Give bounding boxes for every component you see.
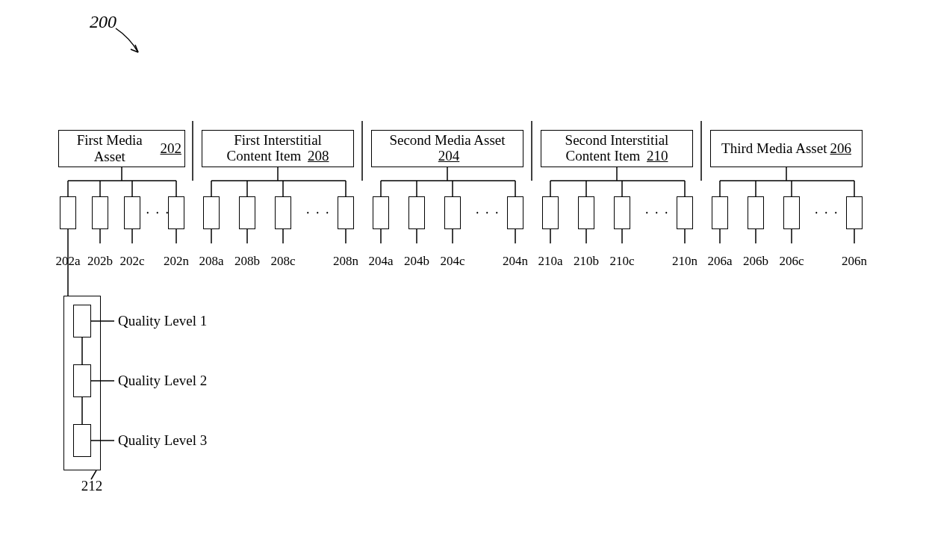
box-ref: 206 [830,140,851,157]
seg-204b [408,196,425,229]
seg-202c-label: 202c [116,254,149,269]
seg-208n-ellipsis: · · · [306,205,331,221]
ql3-label: Quality Level 3 [118,432,207,449]
quality-ref: 212 [73,478,111,494]
seg-202c [124,196,140,229]
seg-210n [677,196,693,229]
seg-204c [444,196,461,229]
seg-202n [168,196,184,229]
ql2-label: Quality Level 2 [118,373,207,389]
seg-202n-label: 202n [160,254,193,269]
seg-202b [92,196,108,229]
ql2 [73,364,91,397]
box-label-line1: Second Interstitial [565,133,669,149]
seg-208n [338,196,354,229]
ql3 [73,424,91,457]
seg-208n-label: 208n [329,254,362,269]
connector-lines [0,0,926,560]
box-label-line1: First Interstitial [234,133,322,149]
diagram-canvas: 200 First Media Asset 202 First Intersti… [0,0,926,560]
seg-210n-label: 210n [668,254,701,269]
seg-202b-label: 202b [84,254,116,269]
box-ref: 202 [161,140,182,157]
box-label-line2: Content Item 208 [227,149,329,164]
seg-204a [373,196,389,229]
seg-206b [748,196,764,229]
seg-210b [578,196,594,229]
seg-206a-label: 206a [703,254,736,269]
box-first-interstitial: First Interstitial Content Item 208 [202,130,354,167]
seg-204b-label: 204b [400,254,433,269]
seg-210n-ellipsis: · · · [645,205,670,221]
box-label-line2: Content Item 210 [566,149,668,164]
seg-208a-label: 208a [195,254,228,269]
box-label: Third Media Asset [721,140,827,157]
seg-210a-label: 210a [534,254,567,269]
seg-204n-label: 204n [499,254,532,269]
seg-206a [712,196,728,229]
seg-206c [783,196,800,229]
seg-208c [275,196,291,229]
seg-206n-label: 206n [838,254,871,269]
box-first-media-asset: First Media Asset 202 [58,130,185,167]
figure-number: 200 [90,12,116,32]
seg-202n-ellipsis: · · · [146,205,171,221]
box-third-media-asset: Third Media Asset 206 [710,130,863,167]
seg-202a-label: 202a [52,254,84,269]
box-second-media-asset: Second Media Asset 204 [371,130,523,167]
seg-208a [203,196,220,229]
seg-210c [614,196,630,229]
seg-208b [239,196,255,229]
seg-204n-ellipsis: · · · [476,205,500,221]
seg-208b-label: 208b [231,254,264,269]
seg-210b-label: 210b [570,254,603,269]
seg-204c-label: 204c [436,254,469,269]
seg-202a [60,196,76,229]
ql1 [73,305,91,337]
box-label-line1: Second Media Asset [389,133,505,149]
seg-210a [542,196,559,229]
seg-204n [507,196,523,229]
seg-204a-label: 204a [364,254,397,269]
seg-206c-label: 206c [775,254,808,269]
seg-210c-label: 210c [606,254,638,269]
seg-206n-ellipsis: · · · [815,205,839,221]
ql1-label: Quality Level 1 [118,313,207,329]
seg-206b-label: 206b [739,254,772,269]
box-ref: 204 [438,149,460,164]
seg-206n [846,196,863,229]
seg-208c-label: 208c [267,254,299,269]
box-label: First Media Asset [62,132,158,165]
box-second-interstitial: Second Interstitial Content Item 210 [541,130,693,167]
